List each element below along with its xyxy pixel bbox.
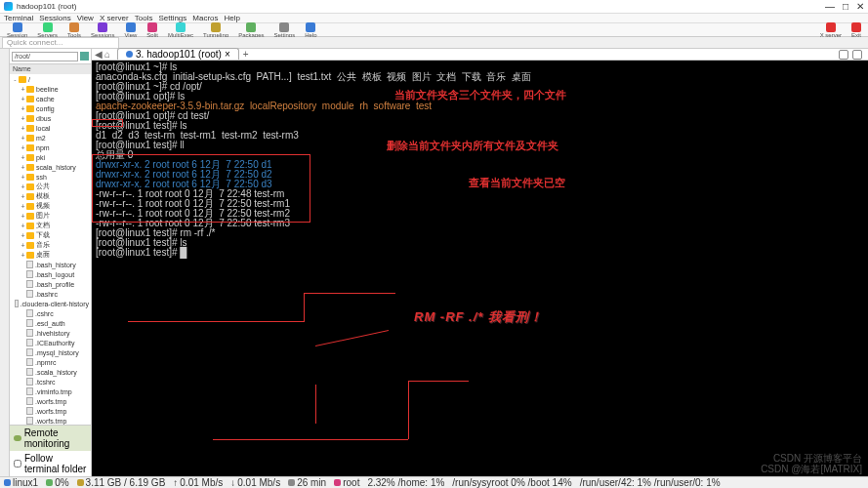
tree-item[interactable]: .worfs.tmp [10,416,91,425]
tree-item[interactable]: .ICEauthority [10,338,91,347]
tree-item[interactable]: +m2 [10,133,91,142]
toolbar-view-button[interactable]: View [121,22,140,38]
expand-icon[interactable]: + [20,96,26,102]
file-icon [26,270,33,278]
tree-item[interactable]: .worfs.tmp [10,396,91,406]
expand-icon[interactable]: + [20,183,26,190]
tree-item[interactable]: .bashrc [10,289,91,299]
tree-item[interactable]: .viminfo.tmp [10,386,91,396]
expand-icon[interactable]: + [20,135,26,142]
tree-item[interactable]: +local [10,123,91,133]
tree-item[interactable]: .bash_profile [10,279,91,289]
follow-checkbox[interactable] [14,460,21,468]
path-input[interactable]: /root/ [12,52,78,61]
toolbar-x-server-button[interactable]: X server [817,22,845,38]
term-opt2-icon[interactable] [852,50,862,60]
expand-icon[interactable]: + [20,144,26,151]
session-icon [13,22,22,32]
tree-item[interactable]: .cshrc [10,308,91,318]
expand-icon[interactable]: + [20,115,26,122]
file-tree[interactable]: -/+beeline+cache+config+dbus+local+m2+np… [10,74,91,425]
expand-icon[interactable]: + [20,213,26,220]
expand-icon[interactable]: + [20,203,26,210]
tab-home-icon[interactable]: ⌂ [104,49,110,60]
minimize-icon[interactable]: — [825,1,835,12]
folder-icon [26,135,34,142]
tree-item[interactable]: +下载 [10,230,91,240]
expand-icon[interactable]: + [20,193,26,200]
watermark: CSDN 开源博客平台 CSDN @海若[MATRIX] [761,453,862,474]
tree-item[interactable]: .worfs.tmp [10,406,91,416]
follow-terminal-checkbox[interactable]: Follow terminal folder [10,451,91,476]
file-icon [26,261,33,268]
tree-item[interactable]: .hivehistory [10,328,91,338]
tab-add-icon[interactable]: + [243,49,249,60]
window-title: hadoop101 (root) [17,2,76,11]
toolbar-sessions-button[interactable]: Sessions [88,22,117,38]
toolbar-settings-button[interactable]: Settings [271,22,299,38]
tree-item[interactable]: .esd_auth [10,318,91,328]
toolbar-help-button[interactable]: Help [302,22,319,38]
tree-item[interactable]: .bash_logout [10,269,91,279]
tree-item[interactable]: +桌面 [10,250,91,260]
toolbar-multiexec-button[interactable]: MultiExec [165,22,196,38]
tree-item[interactable]: +ssh [10,172,91,182]
terminal-line: [root@linux1 test]# ls [96,238,864,248]
tree-item[interactable]: .tcshrc [10,377,91,386]
tree-item[interactable]: +模板 [10,191,91,201]
tree-item[interactable]: +公共 [10,182,91,191]
tree-item[interactable]: +npm [10,142,91,152]
tree-item[interactable]: +pki [10,152,91,162]
expand-icon[interactable]: + [20,164,26,171]
tree-item[interactable]: .mysql_history [10,347,91,357]
expand-icon[interactable]: + [20,125,26,132]
terminal[interactable]: [root@linux1 ~]# lsanaconda-ks.cfg initi… [92,61,868,476]
tree-item[interactable]: +cache [10,94,91,103]
terminal-line: [root@linux1 test]# rm -rf ./* [96,228,864,238]
toolbar-tunneling-button[interactable]: Tunneling [200,22,231,38]
tree-item[interactable]: +scala_history [10,162,91,172]
close-icon[interactable]: ✕ [856,1,864,12]
refresh-icon[interactable] [80,52,89,61]
expand-icon[interactable]: + [20,174,26,181]
quick-connect-input[interactable]: Quick connect... [2,37,119,49]
file-icon [26,387,33,395]
tree-item[interactable]: .bash_history [10,260,91,269]
tree-item[interactable]: +beeline [10,84,91,94]
expand-icon[interactable]: + [20,105,26,112]
expand-icon[interactable]: + [20,252,26,259]
tree-item[interactable]: -/ [10,74,91,84]
term-opt1-icon[interactable] [839,50,848,60]
tree-item[interactable]: .npmrc [10,357,91,367]
tree-item[interactable]: +dbus [10,113,91,123]
annotation-text-3: 查看当前文件夹已空 [469,178,565,187]
expand-icon[interactable]: + [20,232,26,239]
tab-close-icon[interactable]: × [225,49,230,60]
expand-icon[interactable]: + [20,242,26,249]
maximize-icon[interactable]: □ [843,1,848,12]
tree-item[interactable]: +文档 [10,221,91,230]
tree-item[interactable]: .scala_history [10,367,91,377]
folder-icon [26,105,34,112]
expand-icon[interactable]: + [20,154,26,161]
tree-item[interactable]: +视频 [10,201,91,211]
mem-icon [77,479,84,486]
expand-icon[interactable]: + [20,223,26,229]
expand-icon[interactable]: + [20,86,26,93]
terminal-area: ◀⌂ 3. hadoop101 (root) × + [root@linux1 … [92,49,868,476]
tab-prev-icon[interactable]: ◀ [95,49,103,60]
toolbar-session-button[interactable]: Session [4,22,30,38]
toolbar-packages-button[interactable]: Packages [235,22,267,38]
toolbar-servers-button[interactable]: Servers [34,22,61,38]
tree-item[interactable]: +音乐 [10,240,91,250]
toolbar-tools-button[interactable]: Tools [64,22,84,38]
tree-item[interactable]: +config [10,103,91,113]
expand-icon[interactable]: - [12,76,19,83]
folder-icon [26,86,34,93]
terminal-tab-active[interactable]: 3. hadoop101 (root) × [117,48,239,60]
toolbar-exit-button[interactable]: Exit [848,22,864,38]
tree-item[interactable]: +图片 [10,211,91,221]
remote-monitoring-toggle[interactable]: Remote monitoring [10,426,91,451]
tree-item[interactable]: .cloudera-client-history [10,299,91,308]
toolbar-split-button[interactable]: Split [144,22,161,38]
